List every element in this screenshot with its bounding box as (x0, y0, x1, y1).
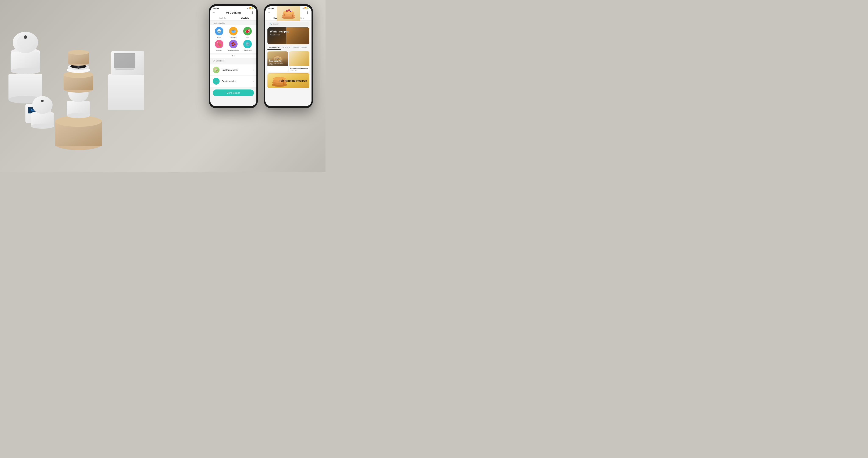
dot-1 (232, 55, 233, 56)
phone-recipe-screen: AM8:16 ▲ 📶 🔋 ← Mi Cooking ⋮ RECIPE DEVIC… (265, 6, 311, 106)
svg-rect-33 (116, 69, 134, 70)
pancakes-image (289, 51, 309, 66)
status-icons-left: ▲ 📶 🔋 (247, 7, 254, 9)
more-recipes-button[interactable]: More recipes (213, 89, 254, 96)
appliances-scene: 08:16 (0, 0, 159, 172)
svg-rect-31 (114, 53, 135, 68)
mode-rice-label: Rice (217, 36, 221, 38)
cookbook-section: 🍡 Red Date Zongzi › + Create a recipe › (210, 64, 256, 87)
latte-overlay: 5 Easy Latte Art Have a cup of love in w… (268, 58, 288, 66)
pancakes-info: Berry Good Pancakes 1.2w Liked (289, 66, 309, 72)
banner-background: Winter recipes Favorite food (268, 27, 309, 44)
cat-recommend[interactable]: RECOMMEND (268, 46, 281, 50)
mode-beef[interactable]: 🥩 Beef (241, 27, 254, 38)
app-title-left: Mi Cooking (226, 11, 241, 14)
mode-beef-icon: 🥩 (243, 27, 252, 35)
winter-recipes-banner[interactable]: Winter recipes Favorite food (268, 27, 309, 44)
cat-hotpot[interactable]: HOT POT (281, 46, 291, 50)
search-bar[interactable]: 🔍 Search (268, 22, 309, 26)
tab-recipe-left[interactable]: RECIPE (210, 16, 233, 20)
pancakes-title: Berry Good Pancakes (290, 67, 308, 69)
svg-point-40 (32, 96, 53, 114)
banner-subtitle: Favorite food (270, 34, 289, 36)
banner-title: Winter recipes (270, 30, 289, 33)
mode-chicken-icon: 🍗 (215, 40, 223, 48)
zongzi-thumb: 🍡 (213, 66, 220, 74)
menu-button-left[interactable]: ⋮ (251, 11, 254, 14)
latte-art-image: 5 Easy Latte Art Have a cup of love in w… (268, 51, 288, 66)
cookbook-label: My Cookbook (210, 58, 256, 63)
latte-number: 5 (269, 59, 286, 60)
device-content: Device Modes 🍚 Rice 🥣 Porridge 🥩 Beef (210, 21, 256, 106)
mode-porridge-label: Porridge (230, 36, 237, 38)
mode-beef-label: Beef (246, 36, 249, 38)
tabs-left: RECIPE DEVICE (210, 16, 256, 21)
svg-rect-29 (108, 74, 144, 110)
cookbook-item-zongzi[interactable]: 🍡 Red Date Zongzi › (210, 64, 256, 76)
mode-beans-label: Beans/tendons (227, 49, 239, 51)
banner-text-container: Winter recipes Favorite food (270, 30, 289, 36)
cat-frying[interactable]: FRYING (291, 46, 300, 50)
svg-point-39 (31, 124, 54, 129)
phone-device: AM8:16 ▲ 📶 🔋 ← Mi Cooking ⋮ RECIPE DEVIC… (209, 4, 258, 108)
mode-porridge[interactable]: 🥣 Porridge (227, 27, 240, 38)
svg-point-9 (24, 35, 27, 39)
pancakes-meta: 1.2w Liked (290, 69, 308, 71)
status-time-left: AM8:16 (213, 7, 219, 9)
phones-area: AM8:16 ▲ 📶 🔋 ← Mi Cooking ⋮ RECIPE DEVIC… (209, 4, 313, 108)
phone-recipe: AM8:16 ▲ 📶 🔋 ← Mi Cooking ⋮ RECIPE DEVIC… (264, 4, 313, 108)
recipe-card-latte[interactable]: 5 Easy Latte Art Have a cup of love in w… (268, 51, 288, 72)
svg-point-28 (68, 50, 89, 55)
status-bar-left: AM8:16 ▲ 📶 🔋 (210, 6, 256, 9)
mode-customize-label: Customize (244, 49, 252, 51)
top-ranking-title: Top Ranking Recipes (279, 79, 307, 83)
search-icon: 🔍 (270, 23, 272, 25)
mode-porridge-icon: 🥣 (229, 27, 238, 35)
top-ranking-text: Top Ranking Recipes (279, 79, 307, 83)
cat-braising[interactable]: BRAIS (300, 46, 308, 50)
svg-point-6 (10, 68, 40, 74)
signal-icon: ▲ (247, 7, 249, 9)
recipe-card-pancakes[interactable]: Berry Good Pancakes 1.2w Liked (289, 51, 309, 72)
mode-chicken-label: Chicken (216, 49, 222, 51)
mode-rice[interactable]: 🍚 Rice (213, 27, 225, 38)
battery-icon: 🔋 (252, 7, 254, 9)
mode-beans-icon: 🫘 (229, 40, 238, 48)
nav-header-left: ← Mi Cooking ⋮ (210, 9, 256, 16)
back-button-left[interactable]: ← (213, 11, 216, 14)
search-placeholder: Search (273, 23, 279, 25)
recipe-content: 🔍 Search Winter recipes Favorite food (265, 21, 311, 106)
svg-point-25 (78, 66, 79, 68)
device-modes-grid: 🍚 Rice 🥣 Porridge 🥩 Beef 🍗 Chicken (210, 25, 256, 53)
phone-device-screen: AM8:16 ▲ 📶 🔋 ← Mi Cooking ⋮ RECIPE DEVIC… (210, 6, 256, 106)
chevron-zongzi: › (253, 68, 254, 71)
top-ranking-banner[interactable]: Top Ranking Recipes (268, 74, 309, 88)
recipes-grid: 5 Easy Latte Art Have a cup of love in w… (265, 51, 311, 72)
tab-device-left[interactable]: DEVICE (233, 16, 256, 20)
latte-subtitle: Have a cup of love in winter (269, 62, 286, 65)
category-tabs: RECOMMEND HOT POT FRYING BRAIS (265, 46, 311, 50)
latte-title: Easy Latte Art (269, 60, 286, 62)
cookbook-item-name-create: Create a recipe (222, 80, 253, 83)
mode-customize[interactable]: ⚙️ Customize (241, 40, 254, 51)
svg-point-15 (67, 113, 90, 118)
device-modes-label: Device Modes (210, 21, 256, 25)
cookbook-item-create[interactable]: + Create a recipe › (210, 76, 256, 87)
dot-2 (234, 55, 235, 56)
mode-rice-icon: 🍚 (215, 27, 223, 35)
page-dots (210, 55, 256, 58)
cookbook-item-name-zongzi: Red Date Zongzi (222, 69, 253, 71)
mode-chicken[interactable]: 🍗 Chicken (213, 40, 225, 51)
mode-beans[interactable]: 🫘 Beans/tendons (227, 40, 240, 51)
banner-food-image (286, 27, 309, 44)
create-recipe-icon: + (213, 78, 220, 85)
svg-point-41 (41, 99, 44, 102)
chevron-create: › (253, 80, 254, 83)
mode-customize-icon: ⚙️ (243, 40, 252, 48)
wifi-icon: 📶 (249, 7, 251, 9)
